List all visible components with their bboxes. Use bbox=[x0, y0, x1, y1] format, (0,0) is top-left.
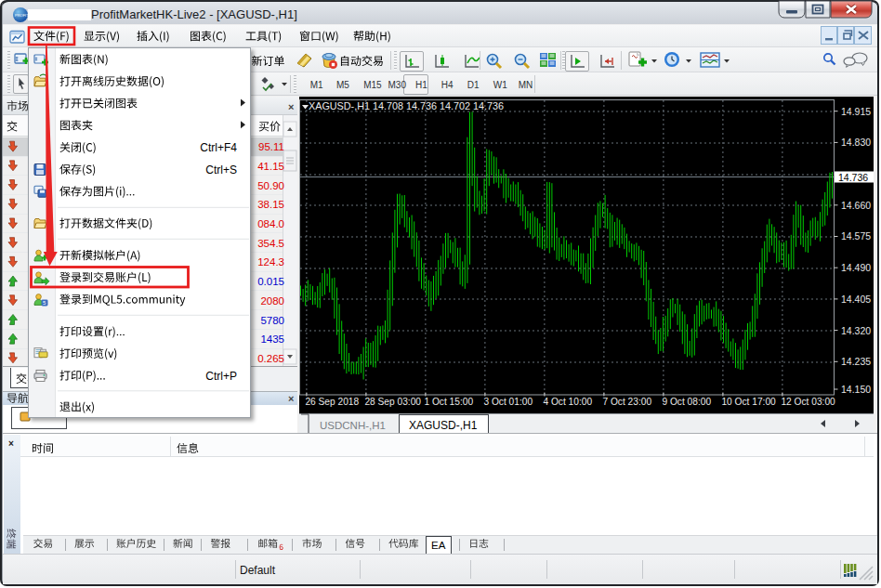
svg-text:10 Oct 17:00: 10 Oct 17:00 bbox=[721, 397, 776, 407]
svg-text:14.830: 14.830 bbox=[841, 137, 871, 148]
svg-text:14.915: 14.915 bbox=[841, 106, 871, 117]
svg-text:26 Sep 2018: 26 Sep 2018 bbox=[305, 397, 359, 407]
svg-text:14.660: 14.660 bbox=[841, 200, 871, 211]
svg-text:9 Oct 08:00: 9 Oct 08:00 bbox=[662, 397, 711, 407]
svg-text:7 Oct 23:00: 7 Oct 23:00 bbox=[602, 397, 651, 407]
svg-text:3 Oct 01:00: 3 Oct 01:00 bbox=[483, 397, 533, 407]
svg-text:14.575: 14.575 bbox=[841, 230, 871, 242]
svg-text:28 Sep 03:00: 28 Sep 03:00 bbox=[364, 397, 421, 407]
svg-text:4 Oct 10:00: 4 Oct 10:00 bbox=[543, 397, 592, 407]
svg-text:XAGUSD-,H1 14.708 14.736 14.7: XAGUSD-,H1 14.708 14.736 14.702 14.736 bbox=[309, 100, 504, 111]
svg-text:14.405: 14.405 bbox=[841, 294, 871, 305]
svg-text:14.320: 14.320 bbox=[841, 325, 871, 336]
svg-text:14.150: 14.150 bbox=[841, 384, 871, 395]
svg-text:14.736: 14.736 bbox=[838, 172, 868, 183]
svg-text:14.490: 14.490 bbox=[841, 262, 871, 273]
svg-text:1 Oct 15:00: 1 Oct 15:00 bbox=[424, 397, 473, 407]
svg-text:14.235: 14.235 bbox=[841, 356, 871, 367]
svg-text:12 Oct 03:00: 12 Oct 03:00 bbox=[781, 397, 835, 407]
